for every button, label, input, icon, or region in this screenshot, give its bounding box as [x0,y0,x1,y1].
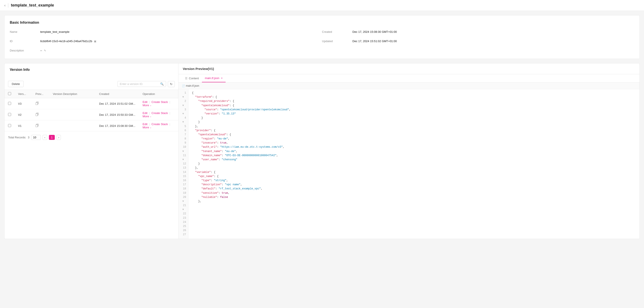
content-tab[interactable]: ☰ Content [182,74,202,82]
row-checkbox-v2[interactable] [8,113,11,116]
more-button-v2[interactable]: More ⌄ [142,115,152,118]
edit-link-v2[interactable]: Edit [142,111,147,115]
file-tab-label: main.tf.json [205,76,219,80]
td-version-v1: V1 [14,120,32,131]
version-table: Vers... Prev... Version Description Crea… [4,90,178,131]
th-preview: Prev... [32,90,49,98]
desc-text: -- [40,49,42,52]
td-checkbox-v3 [4,98,14,109]
th-version: Vers... [14,90,32,98]
page-header: ‹ template_test_example [0,0,644,11]
split-panel: Version Info Delete 🔍 ↻ Ver [4,63,640,239]
row-checkbox-v3[interactable] [8,102,11,105]
td-preview-v2: 🗍 [32,109,49,120]
more-button-v3[interactable]: More ⌄ [142,104,152,107]
id-text: 6cbbf64f-15c0-4e18-a345-246a476d1c2b [40,39,92,43]
pagination: Total Records: 3 10 20 50 ‹ 1 › [4,131,178,143]
version-info-header: Version Info [4,63,178,78]
th-description: Version Description [49,90,96,98]
code-editor: 1 ▼ 2 ▼ 3 ▼ 4 ▼ 5 6 7 8 9 10 ▼ 11 ▼ 12 1… [178,89,640,239]
search-input[interactable] [120,82,159,86]
td-created-v2: Dec 17, 2024 15:50:33 GM... [96,109,139,120]
search-area: 🔍 ↻ [117,81,175,87]
total-records-value: 3 [28,136,29,139]
value-id: 6cbbf64f-15c0-4e18-a345-246a476d1c2b ▣ [40,39,96,43]
delete-button[interactable]: Delete [8,81,24,87]
create-stack-link-v3[interactable]: Create Stack [152,100,168,104]
chevron-down-icon-v2: ⌄ [150,115,152,117]
info-row-created: Created Dec 17, 2024 15:08:30 GMT+01:00 [322,29,634,35]
version-info-title: Version Info [10,68,173,72]
td-desc-v2 [49,109,96,120]
value-description: -- ✎ [40,49,46,52]
td-desc-v1 [49,120,96,131]
table-header-row: Vers... Prev... Version Description Crea… [4,90,178,98]
info-grid: Name template_test_example Created Dec 1… [10,29,634,53]
total-records-label: Total Records: [8,136,26,139]
label-created: Created [322,30,352,33]
content-tab-label: Content [189,77,199,80]
td-created-v1: Dec 17, 2024 15:08:30 GM... [96,120,139,131]
table-row: V3 🗍 Dec 17, 2024 15:51:02 GM... Edit | … [4,98,178,109]
back-icon[interactable]: ‹ [4,3,6,7]
file-tab-main[interactable]: main.tf.json × [202,74,226,82]
preview-icon-v3[interactable]: 🗍 [36,102,39,105]
td-op-v3: Edit | Create Stack | More ⌄ [139,98,178,109]
file-breadcrumb: 📄 main.tf.json [178,82,640,89]
label-description: Description [10,49,40,52]
file-icon: 📄 [182,84,185,87]
version-info-panel: Version Info Delete 🔍 ↻ Ver [4,63,178,239]
edit-link-v1[interactable]: Edit [142,122,147,126]
file-breadcrumb-name: main.tf.json [186,84,199,87]
prev-page-button[interactable]: ‹ [42,135,47,140]
td-desc-v3 [49,98,96,109]
search-input-wrap: 🔍 [117,81,166,87]
th-checkbox [4,90,14,98]
copy-icon[interactable]: ▣ [94,40,96,43]
basic-info-title: Basic Information [10,21,634,24]
basic-info-card: Basic Information Name template_test_exa… [4,15,640,59]
td-preview-v3: 🗍 [32,98,49,109]
info-row-id: ID 6cbbf64f-15c0-4e18-a345-246a476d1c2b … [10,38,322,44]
content-area: Basic Information Name template_test_exa… [0,11,644,243]
td-op-v2: Edit | Create Stack | More ⌄ [139,109,178,120]
th-created: Created [96,90,139,98]
create-stack-link-v1[interactable]: Create Stack [152,122,168,126]
td-created-v3: Dec 17, 2024 15:51:02 GM... [96,98,139,109]
version-preview-panel: Version Preview(V1) ☰ Content main.tf.js… [178,63,640,239]
table-row: V2 🗍 Dec 17, 2024 15:50:33 GM... Edit | … [4,109,178,120]
td-checkbox-v1 [4,120,14,131]
line-numbers: 1 ▼ 2 ▼ 3 ▼ 4 ▼ 5 6 7 8 9 10 ▼ 11 ▼ 12 1… [178,89,188,239]
td-op-v1: Edit | Create Stack | More ⌄ [139,120,178,131]
edit-link-v3[interactable]: Edit [142,100,147,104]
chevron-down-icon: ⌄ [150,104,152,106]
preview-header: Version Preview(V1) [178,63,640,74]
td-preview-v1: 🗍 [32,120,49,131]
edit-description-icon[interactable]: ✎ [44,49,46,52]
chevron-down-icon-v1: ⌄ [150,126,152,129]
refresh-button[interactable]: ↻ [168,81,175,87]
per-page-select[interactable]: 10 20 50 [31,135,41,140]
td-version-v2: V2 [14,109,32,120]
header-divider [8,3,8,7]
info-row-updated: Updated Dec 17, 2024 15:51:02 GMT+01:00 [322,38,634,44]
code-content: { "terraform": { "required_providers": {… [188,89,640,239]
label-name: Name [10,30,40,33]
page-title: template_test_example [11,3,54,7]
info-row-name: Name template_test_example [10,29,322,35]
select-all-checkbox[interactable] [8,92,11,95]
th-operation: Operation [139,90,178,98]
more-button-v1[interactable]: More ⌄ [142,126,152,129]
preview-icon-v1[interactable]: 🗍 [36,124,39,127]
close-icon[interactable]: × [221,77,222,80]
value-updated: Dec 17, 2024 15:51:02 GMT+01:00 [352,39,397,43]
next-page-button[interactable]: › [56,135,61,140]
current-page[interactable]: 1 [49,135,55,140]
preview-icon-v2[interactable]: 🗍 [36,113,39,116]
info-row-description: Description -- ✎ [10,47,322,53]
preview-title: Version Preview(V1) [183,67,214,71]
label-updated: Updated [322,39,352,43]
list-icon: ☰ [185,77,188,80]
row-checkbox-v1[interactable] [8,124,11,127]
create-stack-link-v2[interactable]: Create Stack [152,111,168,115]
